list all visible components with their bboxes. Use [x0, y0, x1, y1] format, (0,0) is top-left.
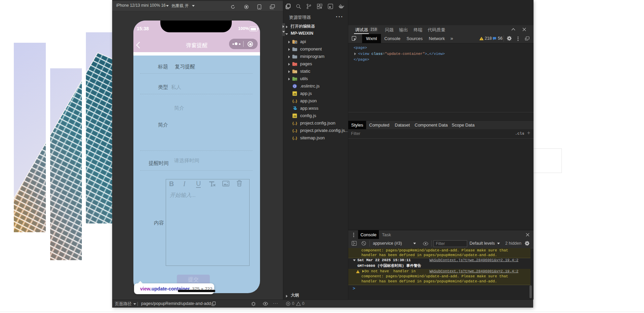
- svg-text:+: +: [295, 78, 296, 80]
- svg-text:JS: JS: [293, 115, 296, 118]
- svg-text:!: !: [357, 271, 359, 273]
- svg-text:{..}: {..}: [292, 121, 297, 125]
- svg-text:JS: JS: [293, 93, 296, 96]
- svg-text:{..}: {..}: [292, 136, 297, 140]
- svg-text:!: !: [481, 38, 482, 40]
- svg-text:{..}: {..}: [292, 129, 297, 133]
- svg-text:{..}: {..}: [292, 99, 297, 103]
- svg-text:✕: ✕: [295, 63, 297, 66]
